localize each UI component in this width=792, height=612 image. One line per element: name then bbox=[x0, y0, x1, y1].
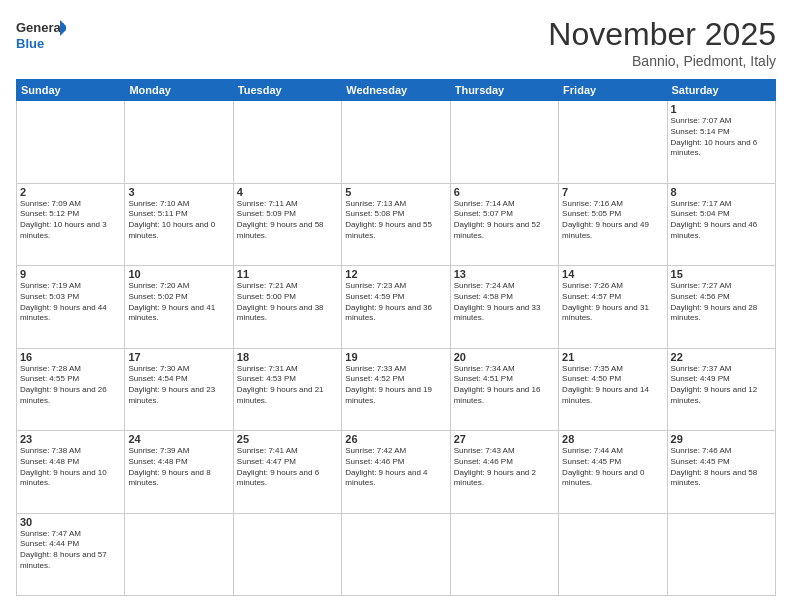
day-cell-9: 9Sunrise: 7:19 AM Sunset: 5:03 PM Daylig… bbox=[17, 266, 125, 349]
day-info: Sunrise: 7:13 AM Sunset: 5:08 PM Dayligh… bbox=[345, 199, 446, 242]
day-info: Sunrise: 7:21 AM Sunset: 5:00 PM Dayligh… bbox=[237, 281, 338, 324]
day-info: Sunrise: 7:31 AM Sunset: 4:53 PM Dayligh… bbox=[237, 364, 338, 407]
day-cell-23: 23Sunrise: 7:38 AM Sunset: 4:48 PM Dayli… bbox=[17, 431, 125, 514]
day-info: Sunrise: 7:26 AM Sunset: 4:57 PM Dayligh… bbox=[562, 281, 663, 324]
day-number: 28 bbox=[562, 433, 663, 445]
day-info: Sunrise: 7:16 AM Sunset: 5:05 PM Dayligh… bbox=[562, 199, 663, 242]
day-cell-12: 12Sunrise: 7:23 AM Sunset: 4:59 PM Dayli… bbox=[342, 266, 450, 349]
day-cell-17: 17Sunrise: 7:30 AM Sunset: 4:54 PM Dayli… bbox=[125, 348, 233, 431]
day-cell-15: 15Sunrise: 7:27 AM Sunset: 4:56 PM Dayli… bbox=[667, 266, 775, 349]
empty-cell bbox=[559, 101, 667, 184]
day-info: Sunrise: 7:30 AM Sunset: 4:54 PM Dayligh… bbox=[128, 364, 229, 407]
empty-cell bbox=[125, 513, 233, 596]
day-info: Sunrise: 7:41 AM Sunset: 4:47 PM Dayligh… bbox=[237, 446, 338, 489]
day-cell-30: 30Sunrise: 7:47 AM Sunset: 4:44 PM Dayli… bbox=[17, 513, 125, 596]
month-title: November 2025 bbox=[548, 16, 776, 53]
day-number: 13 bbox=[454, 268, 555, 280]
weekday-header-thursday: Thursday bbox=[450, 80, 558, 101]
weekday-header-tuesday: Tuesday bbox=[233, 80, 341, 101]
day-cell-14: 14Sunrise: 7:26 AM Sunset: 4:57 PM Dayli… bbox=[559, 266, 667, 349]
day-info: Sunrise: 7:27 AM Sunset: 4:56 PM Dayligh… bbox=[671, 281, 772, 324]
day-info: Sunrise: 7:38 AM Sunset: 4:48 PM Dayligh… bbox=[20, 446, 121, 489]
day-number: 14 bbox=[562, 268, 663, 280]
day-cell-5: 5Sunrise: 7:13 AM Sunset: 5:08 PM Daylig… bbox=[342, 183, 450, 266]
day-info: Sunrise: 7:09 AM Sunset: 5:12 PM Dayligh… bbox=[20, 199, 121, 242]
day-info: Sunrise: 7:28 AM Sunset: 4:55 PM Dayligh… bbox=[20, 364, 121, 407]
day-info: Sunrise: 7:34 AM Sunset: 4:51 PM Dayligh… bbox=[454, 364, 555, 407]
empty-cell bbox=[450, 513, 558, 596]
day-cell-13: 13Sunrise: 7:24 AM Sunset: 4:58 PM Dayli… bbox=[450, 266, 558, 349]
day-number: 7 bbox=[562, 186, 663, 198]
empty-cell bbox=[233, 101, 341, 184]
day-cell-10: 10Sunrise: 7:20 AM Sunset: 5:02 PM Dayli… bbox=[125, 266, 233, 349]
day-number: 27 bbox=[454, 433, 555, 445]
svg-text:Blue: Blue bbox=[16, 36, 44, 51]
day-info: Sunrise: 7:43 AM Sunset: 4:46 PM Dayligh… bbox=[454, 446, 555, 489]
day-cell-20: 20Sunrise: 7:34 AM Sunset: 4:51 PM Dayli… bbox=[450, 348, 558, 431]
day-cell-11: 11Sunrise: 7:21 AM Sunset: 5:00 PM Dayli… bbox=[233, 266, 341, 349]
day-cell-7: 7Sunrise: 7:16 AM Sunset: 5:05 PM Daylig… bbox=[559, 183, 667, 266]
empty-cell bbox=[342, 513, 450, 596]
day-info: Sunrise: 7:33 AM Sunset: 4:52 PM Dayligh… bbox=[345, 364, 446, 407]
day-number: 19 bbox=[345, 351, 446, 363]
title-section: November 2025 Bannio, Piedmont, Italy bbox=[548, 16, 776, 69]
empty-cell bbox=[559, 513, 667, 596]
day-number: 25 bbox=[237, 433, 338, 445]
day-info: Sunrise: 7:35 AM Sunset: 4:50 PM Dayligh… bbox=[562, 364, 663, 407]
empty-cell bbox=[450, 101, 558, 184]
week-row-5: 30Sunrise: 7:47 AM Sunset: 4:44 PM Dayli… bbox=[17, 513, 776, 596]
empty-cell bbox=[125, 101, 233, 184]
week-row-2: 9Sunrise: 7:19 AM Sunset: 5:03 PM Daylig… bbox=[17, 266, 776, 349]
day-info: Sunrise: 7:23 AM Sunset: 4:59 PM Dayligh… bbox=[345, 281, 446, 324]
day-info: Sunrise: 7:47 AM Sunset: 4:44 PM Dayligh… bbox=[20, 529, 121, 572]
day-number: 2 bbox=[20, 186, 121, 198]
weekday-header-monday: Monday bbox=[125, 80, 233, 101]
week-row-3: 16Sunrise: 7:28 AM Sunset: 4:55 PM Dayli… bbox=[17, 348, 776, 431]
day-info: Sunrise: 7:24 AM Sunset: 4:58 PM Dayligh… bbox=[454, 281, 555, 324]
empty-cell bbox=[233, 513, 341, 596]
day-info: Sunrise: 7:42 AM Sunset: 4:46 PM Dayligh… bbox=[345, 446, 446, 489]
day-info: Sunrise: 7:39 AM Sunset: 4:48 PM Dayligh… bbox=[128, 446, 229, 489]
day-cell-22: 22Sunrise: 7:37 AM Sunset: 4:49 PM Dayli… bbox=[667, 348, 775, 431]
empty-cell bbox=[667, 513, 775, 596]
day-number: 23 bbox=[20, 433, 121, 445]
weekday-header-row: SundayMondayTuesdayWednesdayThursdayFrid… bbox=[17, 80, 776, 101]
day-info: Sunrise: 7:20 AM Sunset: 5:02 PM Dayligh… bbox=[128, 281, 229, 324]
day-cell-6: 6Sunrise: 7:14 AM Sunset: 5:07 PM Daylig… bbox=[450, 183, 558, 266]
day-cell-2: 2Sunrise: 7:09 AM Sunset: 5:12 PM Daylig… bbox=[17, 183, 125, 266]
week-row-0: 1Sunrise: 7:07 AM Sunset: 5:14 PM Daylig… bbox=[17, 101, 776, 184]
day-info: Sunrise: 7:11 AM Sunset: 5:09 PM Dayligh… bbox=[237, 199, 338, 242]
day-number: 20 bbox=[454, 351, 555, 363]
day-number: 22 bbox=[671, 351, 772, 363]
day-cell-24: 24Sunrise: 7:39 AM Sunset: 4:48 PM Dayli… bbox=[125, 431, 233, 514]
day-cell-8: 8Sunrise: 7:17 AM Sunset: 5:04 PM Daylig… bbox=[667, 183, 775, 266]
day-info: Sunrise: 7:46 AM Sunset: 4:45 PM Dayligh… bbox=[671, 446, 772, 489]
day-number: 9 bbox=[20, 268, 121, 280]
day-number: 1 bbox=[671, 103, 772, 115]
day-info: Sunrise: 7:44 AM Sunset: 4:45 PM Dayligh… bbox=[562, 446, 663, 489]
weekday-header-friday: Friday bbox=[559, 80, 667, 101]
day-number: 3 bbox=[128, 186, 229, 198]
day-number: 10 bbox=[128, 268, 229, 280]
weekday-header-wednesday: Wednesday bbox=[342, 80, 450, 101]
weekday-header-saturday: Saturday bbox=[667, 80, 775, 101]
day-cell-18: 18Sunrise: 7:31 AM Sunset: 4:53 PM Dayli… bbox=[233, 348, 341, 431]
calendar: SundayMondayTuesdayWednesdayThursdayFrid… bbox=[16, 79, 776, 596]
day-cell-4: 4Sunrise: 7:11 AM Sunset: 5:09 PM Daylig… bbox=[233, 183, 341, 266]
day-cell-16: 16Sunrise: 7:28 AM Sunset: 4:55 PM Dayli… bbox=[17, 348, 125, 431]
day-number: 17 bbox=[128, 351, 229, 363]
weekday-header-sunday: Sunday bbox=[17, 80, 125, 101]
day-info: Sunrise: 7:07 AM Sunset: 5:14 PM Dayligh… bbox=[671, 116, 772, 159]
page: General Blue November 2025 Bannio, Piedm… bbox=[0, 0, 792, 612]
day-number: 18 bbox=[237, 351, 338, 363]
day-cell-19: 19Sunrise: 7:33 AM Sunset: 4:52 PM Dayli… bbox=[342, 348, 450, 431]
header: General Blue November 2025 Bannio, Piedm… bbox=[16, 16, 776, 69]
day-cell-27: 27Sunrise: 7:43 AM Sunset: 4:46 PM Dayli… bbox=[450, 431, 558, 514]
day-info: Sunrise: 7:19 AM Sunset: 5:03 PM Dayligh… bbox=[20, 281, 121, 324]
day-cell-28: 28Sunrise: 7:44 AM Sunset: 4:45 PM Dayli… bbox=[559, 431, 667, 514]
day-number: 5 bbox=[345, 186, 446, 198]
day-info: Sunrise: 7:10 AM Sunset: 5:11 PM Dayligh… bbox=[128, 199, 229, 242]
day-number: 26 bbox=[345, 433, 446, 445]
day-info: Sunrise: 7:17 AM Sunset: 5:04 PM Dayligh… bbox=[671, 199, 772, 242]
day-number: 12 bbox=[345, 268, 446, 280]
